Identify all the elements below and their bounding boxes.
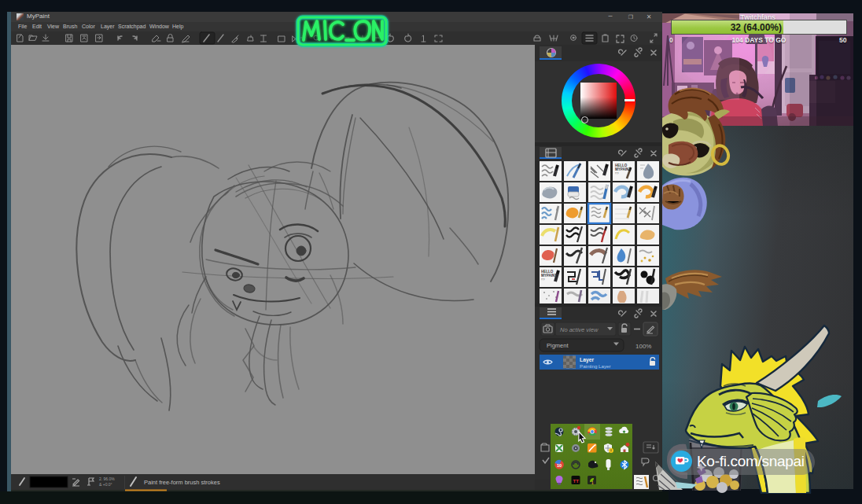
svg-text:2. 96.0%: 2. 96.0% <box>99 476 115 481</box>
svg-text:No active view: No active view <box>560 326 599 333</box>
svg-text:100%: 100% <box>635 343 651 350</box>
svg-text:TT: TT <box>573 479 580 484</box>
svg-text:Paint free-form brush strokes: Paint free-form brush strokes <box>144 479 220 486</box>
svg-text:Painting Layer: Painting Layer <box>580 363 611 369</box>
svg-text:Pigment: Pigment <box>547 342 569 349</box>
svg-text:Layer: Layer <box>580 357 594 363</box>
svg-text:& +0.0°: & +0.0° <box>99 482 112 487</box>
svg-text:10: 10 <box>557 463 562 468</box>
